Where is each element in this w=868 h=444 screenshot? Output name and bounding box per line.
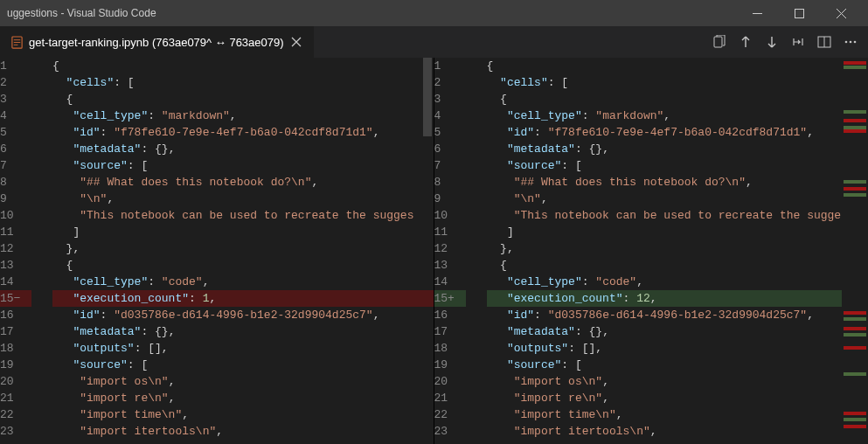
- whitespace-icon[interactable]: [788, 31, 809, 52]
- code-line[interactable]: "id": "f78fe610-7e9e-4ef7-b6a0-042cdf8d7…: [487, 124, 869, 141]
- code-line[interactable]: "cell_type": "markdown",: [487, 108, 869, 124]
- line-number: 15−: [0, 290, 31, 307]
- notebook-icon: [10, 36, 24, 49]
- code-area-right[interactable]: { "cells": [ { "cell_type": "markdown", …: [478, 58, 869, 444]
- code-line[interactable]: {: [487, 58, 869, 74]
- line-number: 16: [0, 307, 31, 323]
- line-number: 11: [0, 224, 31, 240]
- code-line[interactable]: "source": [: [52, 157, 434, 174]
- code-line[interactable]: "import os\n",: [487, 373, 869, 390]
- more-actions-icon[interactable]: [840, 31, 861, 52]
- line-number: 13: [434, 257, 466, 274]
- line-number: 12: [0, 240, 31, 257]
- scrollbar-left[interactable]: [421, 58, 434, 444]
- line-number: 21: [0, 390, 31, 406]
- line-number: 7: [434, 157, 466, 174]
- code-line[interactable]: "metadata": {},: [52, 323, 434, 340]
- code-line[interactable]: "metadata": {},: [487, 323, 869, 340]
- code-line[interactable]: "import time\n",: [52, 406, 434, 423]
- line-number: 19: [434, 357, 466, 373]
- code-line[interactable]: "import re\n",: [487, 390, 869, 406]
- line-number: 9: [0, 191, 31, 207]
- code-line[interactable]: "import os\n",: [52, 373, 434, 390]
- minimap[interactable]: [842, 58, 868, 444]
- line-number: 8: [434, 174, 466, 191]
- split-editor-icon[interactable]: [814, 31, 835, 52]
- code-line[interactable]: "This notebook can be used to recreate t…: [52, 207, 434, 224]
- close-button[interactable]: [821, 0, 861, 26]
- line-number: 1: [434, 58, 466, 74]
- line-number: 16: [434, 307, 466, 323]
- code-line[interactable]: "This notebook can be used to recreate t…: [487, 207, 869, 224]
- line-number: 23: [434, 423, 466, 440]
- line-number: 14: [434, 274, 466, 290]
- code-line[interactable]: "import itertools\n",: [52, 423, 434, 440]
- code-line[interactable]: "metadata": {},: [52, 141, 434, 157]
- code-line[interactable]: "\n",: [52, 191, 434, 207]
- line-number: 18: [0, 340, 31, 357]
- tab-close-icon[interactable]: [289, 35, 303, 49]
- code-line[interactable]: {: [52, 58, 434, 74]
- line-number: 19: [0, 357, 31, 373]
- code-line[interactable]: "cell_type": "code",: [52, 274, 434, 290]
- code-line[interactable]: "source": [: [487, 357, 869, 373]
- code-line[interactable]: },: [487, 240, 869, 257]
- line-gutter-left: 123456789101112131415−1617181920212223: [0, 58, 44, 444]
- scrollbar-thumb[interactable]: [423, 58, 432, 136]
- code-line[interactable]: "\n",: [487, 191, 869, 207]
- line-number: 4: [0, 108, 31, 124]
- line-number: 5: [0, 124, 31, 141]
- code-line[interactable]: },: [52, 240, 434, 257]
- line-number: 17: [434, 323, 466, 340]
- previous-change-icon[interactable]: [735, 31, 756, 52]
- code-line[interactable]: {: [52, 91, 434, 108]
- line-number: 23: [0, 423, 31, 440]
- line-number: 15+: [434, 290, 466, 307]
- code-line[interactable]: "outputs": [],: [487, 340, 869, 357]
- maximize-button[interactable]: [779, 0, 819, 26]
- code-line[interactable]: "cell_type": "code",: [487, 274, 869, 290]
- line-number: 17: [0, 323, 31, 340]
- code-line[interactable]: "source": [: [52, 357, 434, 373]
- code-line[interactable]: "cells": [: [487, 74, 869, 91]
- go-to-file-icon[interactable]: [709, 31, 730, 52]
- code-area-left[interactable]: { "cells": [ { "cell_type": "markdown", …: [44, 58, 434, 444]
- minimize-button[interactable]: [737, 0, 777, 26]
- line-number: 4: [434, 108, 466, 124]
- code-line[interactable]: "source": [: [487, 157, 869, 174]
- svg-point-6: [854, 41, 857, 44]
- code-line[interactable]: "outputs": [],: [52, 340, 434, 357]
- diff-left-pane[interactable]: 123456789101112131415−1617181920212223 {…: [0, 58, 434, 444]
- code-line[interactable]: "import re\n",: [52, 390, 434, 406]
- code-line[interactable]: {: [487, 91, 869, 108]
- code-line[interactable]: "id": "d035786e-d614-4996-b1e2-32d9904d2…: [487, 307, 869, 323]
- line-number: 8: [0, 174, 31, 191]
- code-line[interactable]: "import itertools\n",: [487, 423, 869, 440]
- code-line[interactable]: "cell_type": "markdown",: [52, 108, 434, 124]
- code-line[interactable]: "metadata": {},: [487, 141, 869, 157]
- tab-diff-file[interactable]: get-target-ranking.ipynb (763ae079^ ↔ 76…: [0, 26, 314, 58]
- line-number: 10: [0, 207, 31, 224]
- code-line[interactable]: "cells": [: [52, 74, 434, 91]
- svg-rect-0: [795, 9, 803, 17]
- code-line[interactable]: "id": "f78fe610-7e9e-4ef7-b6a0-042cdf8d7…: [52, 124, 434, 141]
- code-line[interactable]: ]: [52, 224, 434, 240]
- svg-rect-2: [714, 37, 722, 47]
- code-line[interactable]: {: [52, 257, 434, 274]
- next-change-icon[interactable]: [761, 31, 782, 52]
- code-line[interactable]: "import time\n",: [487, 406, 869, 423]
- line-number: 1: [0, 58, 31, 74]
- code-line[interactable]: {: [487, 257, 869, 274]
- diff-right-pane[interactable]: 123456789101112131415+1617181920212223 {…: [434, 58, 869, 444]
- line-number: 20: [0, 373, 31, 390]
- code-line[interactable]: ]: [487, 224, 869, 240]
- line-number: 20: [434, 373, 466, 390]
- code-line[interactable]: "## What does this notebook do?\n",: [487, 174, 869, 191]
- code-line[interactable]: "execution_count": 12,: [487, 290, 869, 307]
- svg-point-5: [850, 41, 852, 44]
- code-line[interactable]: "execution_count": 1,: [52, 290, 434, 307]
- line-number: 3: [0, 91, 31, 108]
- code-line[interactable]: "## What does this notebook do?\n",: [52, 174, 434, 191]
- tab-label: get-target-ranking.ipynb (763ae079^ ↔ 76…: [29, 36, 284, 49]
- code-line[interactable]: "id": "d035786e-d614-4996-b1e2-32d9904d2…: [52, 307, 434, 323]
